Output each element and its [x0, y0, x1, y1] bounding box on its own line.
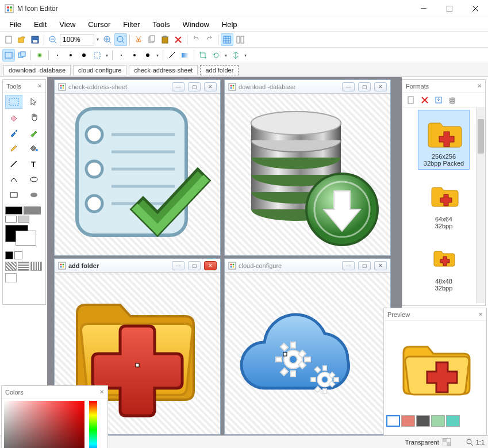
effect-button[interactable] — [33, 49, 46, 62]
tool-ellipse-fill[interactable] — [25, 188, 43, 202]
mini-swatch-fg[interactable] — [5, 251, 13, 259]
formats-list[interactable]: 256x256 32bpp Packed 64x64 32bpp 48x48 3… — [402, 108, 485, 303]
swatch-gray[interactable] — [24, 206, 41, 215]
format-item-256[interactable]: 256x256 32bpp Packed — [418, 110, 470, 170]
child-cloud-configure[interactable]: cloud-configure — ▢ ✕ — [224, 258, 391, 435]
zoom-dropdown[interactable]: ▾ — [95, 37, 101, 42]
pattern-3[interactable] — [30, 262, 42, 271]
child-close[interactable]: ✕ — [204, 261, 217, 270]
doctab-3[interactable]: add folder — [200, 65, 239, 75]
child-minimize[interactable]: — — [342, 82, 355, 91]
preview-swatch-3[interactable] — [416, 415, 430, 427]
child-close[interactable]: ✕ — [374, 82, 387, 91]
zoom-fit-button[interactable] — [114, 33, 127, 46]
preview-swatch-4[interactable] — [431, 415, 445, 427]
menu-cursor[interactable]: Cursor — [82, 19, 116, 30]
canvas-cloud-configure[interactable] — [225, 273, 390, 434]
pattern-1[interactable] — [5, 262, 17, 271]
menu-file[interactable]: File — [3, 19, 27, 30]
format-new-button[interactable] — [405, 94, 417, 106]
brush-3-button[interactable] — [78, 49, 90, 62]
brush-dropdown[interactable]: ▾ — [104, 53, 110, 58]
mini-swatch-bg[interactable] — [14, 251, 22, 259]
tool-curve[interactable] — [5, 173, 22, 186]
swatch-lightgray[interactable] — [18, 216, 29, 223]
format-delete-button[interactable] — [418, 94, 431, 106]
tool-brush[interactable] — [25, 126, 43, 140]
child-download-database[interactable]: download -database — ▢ ✕ — [224, 79, 391, 256]
maximize-button[interactable] — [436, 0, 462, 17]
tool-fill[interactable] — [25, 141, 43, 155]
colors-panel-close[interactable]: ✕ — [99, 389, 104, 395]
doctab-1[interactable]: cloud-configure — [73, 65, 126, 75]
format-layers-button[interactable] — [446, 94, 459, 106]
tool-select-rect[interactable] — [5, 95, 22, 109]
pattern-4[interactable] — [5, 273, 17, 282]
tool-ellipse-outline[interactable] — [25, 173, 43, 186]
minimize-button[interactable] — [410, 0, 436, 17]
swatch-white[interactable] — [5, 216, 17, 223]
canvas-download-database[interactable] — [225, 94, 390, 255]
close-button[interactable] — [462, 0, 488, 17]
color-gradient-picker[interactable] — [4, 401, 84, 448]
dot-1-button[interactable] — [115, 49, 128, 62]
formats-scrollbar[interactable] — [476, 108, 485, 303]
format-item-more[interactable] — [418, 297, 469, 303]
tool-text[interactable]: T — [25, 157, 43, 171]
menu-window[interactable]: Window — [177, 19, 215, 30]
dot-dropdown[interactable]: ▾ — [155, 53, 160, 58]
split-button[interactable] — [234, 33, 247, 46]
child-maximize[interactable]: ▢ — [358, 82, 371, 91]
child-close[interactable]: ✕ — [204, 82, 217, 91]
menu-help[interactable]: Help — [216, 19, 243, 30]
rotate-dropdown[interactable]: ▾ — [223, 53, 229, 58]
format-import-button[interactable] — [432, 94, 445, 106]
format-item-48[interactable]: 48x48 32bpp — [418, 235, 469, 294]
swatch-black[interactable] — [5, 206, 22, 215]
preview-panel-close[interactable]: ✕ — [478, 311, 483, 317]
new-button[interactable] — [2, 33, 15, 46]
hue-slider[interactable] — [89, 401, 97, 448]
dot-3-button[interactable] — [141, 49, 154, 62]
save-button[interactable] — [29, 33, 41, 46]
open-button[interactable] — [16, 33, 28, 46]
zoom-out-button[interactable] — [47, 33, 59, 46]
child-minimize[interactable]: — — [172, 82, 185, 91]
preview-swatch-1[interactable] — [386, 415, 400, 427]
dot-2-button[interactable] — [128, 49, 141, 62]
background-color[interactable] — [16, 231, 36, 246]
tool-line[interactable] — [5, 157, 22, 171]
brush-2-button[interactable] — [64, 49, 77, 62]
doctab-2[interactable]: check-address-sheet — [129, 65, 198, 75]
child-maximize[interactable]: ▢ — [188, 82, 201, 91]
cut-button[interactable] — [132, 33, 145, 46]
menu-tools[interactable]: Tools — [147, 19, 175, 30]
child-check-address-sheet[interactable]: check-address-sheet — ▢ ✕ — [54, 79, 221, 256]
child-maximize[interactable]: ▢ — [358, 261, 371, 270]
crop-button[interactable] — [197, 49, 209, 62]
line-button[interactable] — [166, 49, 178, 62]
brush-1-button[interactable] — [51, 49, 64, 62]
tool-eyedropper[interactable] — [5, 126, 22, 140]
tool-pointer[interactable] — [25, 95, 43, 109]
select-copy-button[interactable] — [16, 49, 28, 62]
tool-pencil[interactable] — [5, 141, 22, 155]
format-item-64[interactable]: 64x64 32bpp — [418, 173, 469, 232]
child-minimize[interactable]: — — [172, 261, 185, 270]
formats-panel-close[interactable]: ✕ — [477, 83, 482, 89]
pattern-2[interactable] — [18, 262, 29, 271]
brush-square-button[interactable] — [91, 49, 103, 62]
zoom-input[interactable] — [60, 34, 94, 45]
select-rect-button[interactable] — [2, 49, 15, 62]
zoom-in-button[interactable] — [101, 33, 114, 46]
doctab-0[interactable]: download -database — [3, 65, 71, 75]
grid-button[interactable] — [221, 33, 233, 46]
child-close[interactable]: ✕ — [374, 261, 387, 270]
child-maximize[interactable]: ▢ — [188, 261, 201, 270]
canvas-check-address-sheet[interactable] — [55, 94, 220, 255]
gradient-button[interactable] — [179, 49, 191, 62]
child-minimize[interactable]: — — [342, 261, 355, 270]
paste-button[interactable] — [159, 33, 171, 46]
tool-rect-outline[interactable] — [5, 188, 22, 202]
menu-edit[interactable]: Edit — [28, 19, 52, 30]
